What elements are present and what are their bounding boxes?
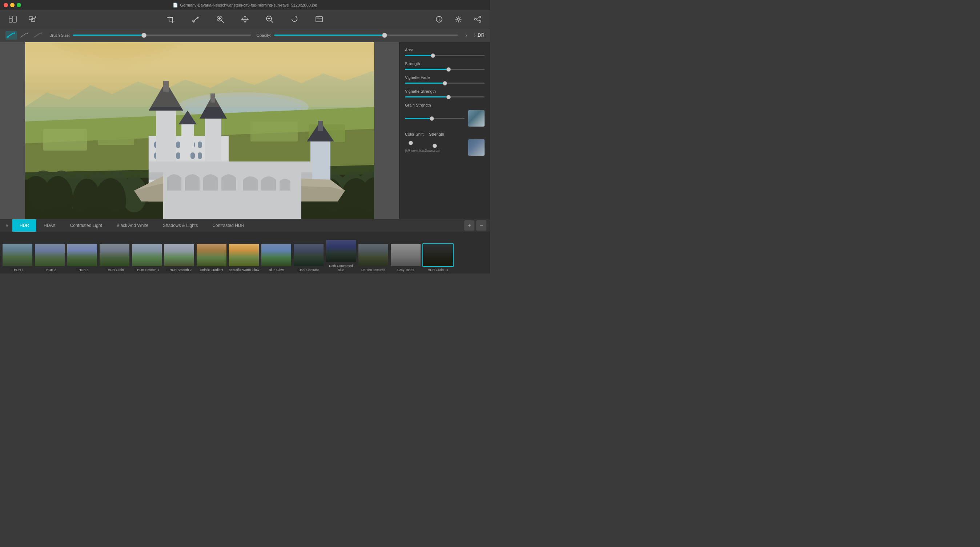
maximize-button[interactable]: [17, 3, 21, 7]
thumbnail-image: [196, 243, 227, 267]
file-icon: 📄: [173, 3, 178, 8]
grain-preview: [468, 110, 485, 126]
info-icon[interactable]: [432, 12, 446, 26]
thumbnail-label: Blue Glow: [269, 268, 283, 272]
move-icon[interactable]: [238, 12, 252, 26]
tab-hdr[interactable]: HDR: [12, 219, 37, 232]
strength-slider[interactable]: [405, 69, 485, 70]
thumbnail-label: – HDR Smooth 2: [167, 268, 192, 272]
thumbnail-item[interactable]: Dark Contrasted Blue: [325, 239, 356, 272]
thumbnail-image: [164, 243, 195, 267]
settings-icon[interactable]: [452, 12, 465, 26]
brush-paint-tool[interactable]: [5, 31, 17, 40]
svg-rect-2: [13, 16, 16, 22]
brush-erase-tool[interactable]: [19, 31, 30, 40]
canvas-area[interactable]: [0, 42, 399, 219]
grain-strength-slider[interactable]: [405, 118, 465, 119]
svg-rect-4: [31, 19, 35, 21]
thumbnail-item[interactable]: Gray Tones: [390, 243, 421, 272]
thumbnail-item[interactable]: Beautiful Warm Glow: [228, 243, 259, 272]
area-slider[interactable]: [405, 55, 485, 56]
brush-toolbar: Brush Size: Opacity: › HDR: [0, 29, 490, 42]
title-bar: 📄 Germany-Bavaria-Neuschwanstein-city-fo…: [0, 0, 490, 10]
vignette-strength-slider[interactable]: [405, 96, 485, 97]
brush-size-group: Brush Size:: [49, 33, 251, 37]
vignette-fade-label: Vignette Fade: [405, 75, 485, 80]
thumbnail-label: Artistic Gradient: [200, 268, 223, 272]
thumbnail-label: Darken Textured: [361, 268, 385, 272]
vignette-fade-section: Vignette Fade: [405, 75, 485, 84]
tab-contrasted-light[interactable]: Contrasted Light: [63, 219, 110, 232]
healing-tool-icon[interactable]: [189, 12, 202, 26]
thumbnail-item[interactable]: – HDR 3: [67, 243, 98, 272]
share-icon[interactable]: [471, 12, 485, 26]
strength-slider-row: [405, 69, 485, 70]
window-controls: [4, 3, 21, 7]
grain-strength-label: Grain Strength: [405, 103, 485, 107]
svg-point-12: [439, 18, 439, 18]
svg-rect-0: [9, 16, 12, 18]
photo-canvas: [25, 42, 374, 219]
export-icon[interactable]: [24, 12, 42, 27]
panel-nav-arrow[interactable]: ›: [463, 32, 469, 38]
tab-black-white[interactable]: Black And White: [110, 219, 156, 232]
collapse-button[interactable]: ∨: [2, 223, 12, 228]
thumbnail-item[interactable]: HDR Grain 01: [422, 243, 453, 272]
vignette-fade-slider[interactable]: [405, 83, 485, 84]
thumbnail-image: [293, 243, 324, 267]
window-title: 📄 Germany-Bavaria-Neuschwanstein-city-fo…: [173, 3, 317, 8]
color-shift-preview: [468, 139, 485, 156]
thumbnail-strip[interactable]: – HDR 1– HDR 2– HDR 3– HDR Grain– HDR Sm…: [0, 232, 490, 273]
toolbar-right: [427, 12, 490, 26]
svg-point-14: [475, 18, 477, 20]
thumbnail-image: [34, 243, 65, 267]
thumbnail-image: [2, 243, 33, 267]
toolbar-left: [0, 12, 45, 27]
thumbnail-item[interactable]: – HDR Smooth 1: [131, 243, 162, 272]
close-button[interactable]: [4, 3, 8, 7]
tab-hdart[interactable]: HDArt: [37, 219, 63, 232]
color-shift-labels-row: Color Shift Strength: [405, 132, 485, 136]
thumbnail-image: [422, 243, 453, 267]
thumbnail-label: Dark Contrast: [298, 268, 319, 272]
fullscreen-icon[interactable]: [312, 12, 326, 26]
thumbnail-item[interactable]: Darken Textured: [358, 243, 389, 272]
svg-line-18: [33, 32, 43, 38]
minimize-button[interactable]: [10, 3, 14, 7]
thumbnail-item[interactable]: Blue Glow: [261, 243, 292, 272]
thumbnail-label: Dark Contrasted Blue: [325, 264, 356, 272]
zoom-out-icon[interactable]: [263, 12, 277, 26]
thumbnail-image: [358, 243, 389, 267]
library-icon[interactable]: [4, 12, 22, 27]
tab-shadows-lights[interactable]: Shadows & Lights: [156, 219, 205, 232]
thumbnail-item[interactable]: – HDR Smooth 2: [164, 243, 195, 272]
thumbnail-item[interactable]: Artistic Gradient: [196, 243, 227, 272]
opacity-slider[interactable]: [274, 35, 458, 36]
svg-rect-1: [9, 19, 12, 22]
grain-strength-slider-row: [405, 118, 465, 119]
brush-size-slider[interactable]: [73, 35, 251, 36]
zoom-in-icon[interactable]: [213, 12, 227, 26]
thumbnail-image: [131, 243, 162, 267]
remove-preset-button[interactable]: −: [476, 220, 486, 231]
add-preset-button[interactable]: +: [464, 220, 474, 231]
thumbnail-image: [228, 243, 259, 267]
tab-contrasted-hdr[interactable]: Contrasted HDR: [205, 219, 251, 232]
thumbnail-item[interactable]: – HDR 1: [2, 243, 33, 272]
svg-point-13: [457, 18, 460, 21]
thumbnail-label: Gray Tones: [397, 268, 414, 272]
thumbnail-image: [325, 239, 356, 263]
crop-tool-icon[interactable]: [164, 12, 178, 26]
thumbnail-label: HDR Grain 01: [428, 268, 449, 272]
thumbnail-item[interactable]: – HDR Grain: [99, 243, 130, 272]
svg-rect-3: [29, 17, 33, 20]
thumbnail-item[interactable]: Dark Contrast: [293, 243, 324, 272]
thumbnail-image: [99, 243, 130, 267]
rotate-icon[interactable]: [288, 12, 301, 26]
opacity-group: Opacity:: [257, 33, 458, 37]
svg-point-10: [318, 17, 318, 18]
brush-gradient-tool[interactable]: [32, 31, 44, 40]
photo-container: [25, 42, 374, 219]
thumbnail-label: – HDR 3: [76, 268, 89, 272]
thumbnail-item[interactable]: – HDR 2: [34, 243, 65, 272]
